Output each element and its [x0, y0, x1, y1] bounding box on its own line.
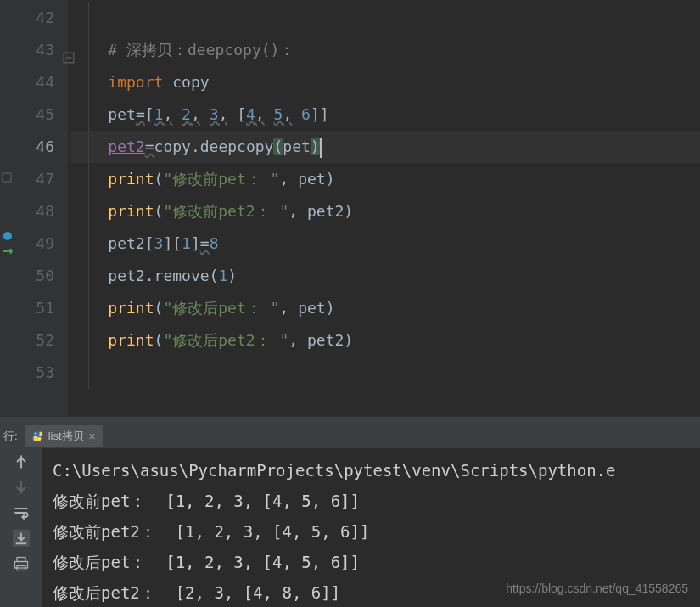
code-line[interactable] — [71, 2, 700, 34]
code-line[interactable]: pet=[1, 2, 3, [4, 5, 6]] — [71, 98, 700, 131]
breakpoint-marker[interactable] — [2, 228, 14, 239]
code-line[interactable] — [71, 357, 700, 389]
vcs-marker[interactable] — [2, 243, 14, 255]
code-line[interactable]: print("修改前pet2： ", pet2) — [71, 195, 700, 228]
scroll-to-end-icon[interactable] — [13, 530, 30, 547]
run-tab[interactable]: list拷贝 × — [25, 425, 103, 447]
console-toolbar — [0, 448, 42, 607]
code-editor[interactable]: # 深拷贝：deepcopy()： import copy pet=[1, 2,… — [68, 0, 700, 416]
run-tab-title: list拷贝 — [48, 429, 84, 444]
line-number[interactable]: 53 — [17, 357, 54, 389]
code-line[interactable]: pet2=copy.deepcopy(pet) — [71, 131, 700, 163]
code-line[interactable]: print("修改后pet2： ", pet2) — [71, 324, 700, 357]
soft-wrap-icon[interactable] — [13, 504, 30, 521]
code-line[interactable]: pet2.remove(1) — [71, 260, 700, 292]
code-line[interactable]: pet2[3][1]=8 — [71, 228, 700, 260]
bookmark-marker[interactable] — [2, 170, 14, 182]
fold-icon[interactable] — [63, 42, 75, 54]
text-cursor — [320, 138, 322, 158]
line-number[interactable]: 52 — [17, 324, 54, 357]
close-tab-icon[interactable]: × — [89, 430, 96, 443]
run-panel-label: 行: — [3, 429, 18, 444]
line-number[interactable]: 43 — [17, 34, 54, 66]
line-number[interactable]: 42 — [17, 2, 54, 34]
line-number[interactable]: 49 — [17, 228, 54, 260]
watermark-text: https://blog.csdn.net/qq_41558265 — [506, 582, 688, 595]
python-file-icon — [31, 430, 43, 442]
svg-rect-6 — [17, 558, 25, 562]
left-margin — [0, 0, 17, 416]
line-number[interactable]: 48 — [17, 195, 54, 228]
code-line[interactable]: import copy — [71, 66, 700, 98]
svg-point-5 — [39, 439, 40, 440]
scroll-up-icon[interactable] — [13, 453, 30, 470]
line-number[interactable]: 47 — [17, 163, 54, 195]
editor-area: 42 43 44 45 46 47 48 49 50 51 52 53 # 深拷… — [0, 0, 700, 416]
scroll-down-icon[interactable] — [13, 479, 30, 496]
line-number[interactable]: 44 — [17, 66, 54, 98]
svg-rect-0 — [3, 173, 11, 182]
run-tab-bar: 行: list拷贝 × — [0, 424, 700, 448]
code-line[interactable]: # 深拷贝：deepcopy()： — [71, 34, 700, 66]
line-number-gutter[interactable]: 42 43 44 45 46 47 48 49 50 51 52 53 — [17, 0, 68, 416]
line-number[interactable]: 51 — [17, 292, 54, 324]
svg-point-4 — [34, 433, 35, 434]
line-number[interactable]: 46 — [17, 131, 54, 163]
panel-divider[interactable] — [0, 416, 700, 424]
code-line[interactable]: print("修改后pet： ", pet) — [71, 292, 700, 324]
print-icon[interactable] — [13, 555, 30, 572]
svg-point-1 — [3, 232, 12, 240]
line-number[interactable]: 45 — [17, 98, 54, 131]
line-number[interactable]: 50 — [17, 260, 54, 292]
code-line[interactable]: print("修改前pet： ", pet) — [71, 163, 700, 195]
